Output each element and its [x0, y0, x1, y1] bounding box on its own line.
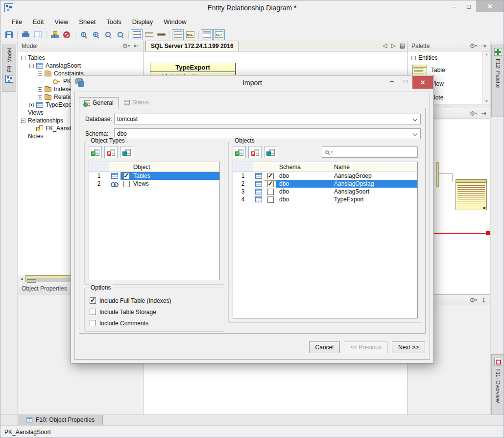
row-checkbox[interactable] — [264, 172, 276, 180]
row-checkbox[interactable] — [120, 180, 132, 188]
invert-selection-button[interactable] — [264, 146, 277, 158]
option-checkbox[interactable]: Include Full Table (Indexes) — [90, 295, 171, 306]
menu-item[interactable]: View — [49, 16, 73, 27]
toolbar-button[interactable] — [3, 29, 15, 40]
deselect-all-button[interactable] — [248, 146, 262, 158]
schema-combobox[interactable]: dbo — [114, 128, 421, 139]
toolbar-button[interactable] — [131, 29, 143, 40]
toolbar-button[interactable] — [77, 29, 89, 40]
dialog-tab[interactable]: General — [79, 97, 119, 109]
checkbox[interactable] — [90, 320, 96, 326]
scroll-right-icon[interactable]: ▷ — [391, 42, 395, 49]
dialog-close-button[interactable]: ✕ — [412, 76, 433, 89]
arrow-icon — [122, 151, 127, 156]
row-checkbox[interactable] — [264, 180, 276, 188]
pin-right-icon[interactable] — [481, 42, 486, 49]
toolbar-button[interactable] — [32, 29, 44, 40]
table-row[interactable]: 1 dbo AanslagGroep — [233, 172, 417, 180]
close-button[interactable]: ✕ — [476, 0, 504, 12]
expander-icon[interactable] — [21, 56, 25, 60]
expander-icon[interactable] — [21, 119, 25, 123]
menu-item[interactable]: Tools — [101, 16, 126, 27]
pin-left-icon[interactable] — [134, 42, 139, 49]
tab-palette[interactable]: F12: Palette — [491, 45, 504, 117]
scroll-down-icon[interactable]: ▼ — [485, 99, 488, 103]
tree-item[interactable]: AanslagSoort — [18, 62, 143, 70]
row-checkbox[interactable] — [120, 172, 132, 180]
menu-item[interactable]: Sheet — [73, 16, 101, 27]
minimize-button[interactable]: – — [447, 0, 461, 12]
scroll-left-icon[interactable]: ◁ — [383, 42, 387, 49]
toolbar-button[interactable] — [114, 29, 126, 40]
dialog-maximize-button[interactable]: □ — [399, 76, 412, 87]
toolbar-button[interactable] — [102, 29, 114, 40]
scroll-up-icon[interactable]: ▲ — [485, 52, 488, 56]
window-title: Entity Relationship Diagram * — [0, 4, 504, 12]
palette-group-entities[interactable]: Entities — [408, 51, 490, 63]
menu-item[interactable]: File — [6, 16, 27, 27]
menu-item[interactable]: Display — [127, 16, 159, 27]
toolbar-button[interactable] — [48, 29, 60, 40]
tab-list-icon[interactable]: ▤ — [400, 42, 405, 49]
scroll-left-icon[interactable]: ◄ — [18, 277, 25, 281]
checkbox[interactable] — [90, 309, 96, 315]
dialog-minimize-button[interactable]: – — [385, 76, 399, 87]
row-checkbox[interactable] — [264, 195, 276, 203]
pin-down-icon[interactable] — [481, 296, 486, 304]
menu-item[interactable]: Window — [158, 16, 192, 27]
settings-icon[interactable] — [469, 296, 477, 304]
minimap-viewport-handle[interactable] — [486, 231, 490, 235]
database-combobox[interactable]: tomcust — [114, 114, 421, 124]
palette-scrollbar[interactable]: ▲ ▼ — [482, 51, 490, 104]
option-checkbox[interactable]: Include Comments — [90, 317, 171, 329]
table-row[interactable]: 2 dbo AanslagOpslag — [233, 180, 417, 188]
menu-item[interactable]: Edit — [27, 16, 49, 27]
toolbar-button[interactable] — [155, 29, 167, 40]
expander-icon[interactable] — [38, 72, 42, 76]
table-row[interactable]: 1 Tables — [89, 172, 219, 180]
objects-search-input[interactable]: ▾ — [322, 146, 418, 158]
tab-object-properties[interactable]: F10: Object Properties — [18, 415, 103, 426]
toolbar-button[interactable] — [61, 29, 72, 40]
toolbar-button[interactable] — [184, 29, 196, 40]
toolbar-button[interactable] — [213, 29, 225, 40]
toolbar-button[interactable] — [20, 29, 31, 40]
table-row[interactable]: 4 dbo TypeExport — [233, 195, 417, 203]
dialog-title-bar: Import – □ ✕ — [71, 75, 433, 90]
dialog-button[interactable]: << Previous — [344, 341, 388, 353]
collapse-icon[interactable] — [411, 56, 416, 60]
document-tab[interactable]: SQL Server 172.24.1.199 2016 — [145, 41, 239, 51]
expander-icon[interactable] — [29, 64, 34, 68]
select-all-button[interactable] — [233, 146, 246, 158]
toolbar-button[interactable] — [90, 29, 101, 40]
dialog-tab[interactable]: Status — [119, 97, 154, 108]
table-row[interactable]: 2 Views — [89, 180, 219, 188]
dialog-button[interactable]: Next >> — [392, 341, 425, 353]
expander-icon[interactable] — [38, 87, 42, 92]
expander-icon[interactable] — [38, 95, 42, 99]
option-checkbox[interactable]: Include Table Storage — [90, 306, 171, 317]
expander-icon[interactable] — [29, 103, 34, 107]
toolbar-button[interactable] — [143, 29, 155, 40]
tab-grid-icon — [124, 100, 130, 105]
deselect-all-button[interactable] — [104, 146, 118, 158]
zoom-icon — [118, 32, 123, 37]
checkbox[interactable] — [90, 297, 96, 304]
tab-overview[interactable]: F11: Overview — [491, 354, 504, 421]
pin-right-icon[interactable] — [481, 110, 486, 117]
select-all-button[interactable] — [89, 146, 102, 158]
table-row[interactable]: 3 dbo AanslagSoort — [233, 188, 417, 195]
dialog-button[interactable]: Cancel — [309, 341, 340, 353]
settings-icon[interactable] — [469, 110, 477, 117]
bottom-tab-bar: F10: Object Properties — [0, 414, 504, 425]
maximize-button[interactable]: □ — [461, 0, 476, 12]
tree-item[interactable]: Tables — [18, 54, 143, 62]
settings-icon[interactable] — [122, 42, 130, 49]
invert-selection-button[interactable] — [120, 146, 133, 158]
row-checkbox[interactable] — [264, 188, 276, 195]
search-options-icon[interactable]: ▾ — [331, 150, 333, 154]
toolbar-button[interactable] — [172, 29, 184, 40]
tab-model[interactable]: F9: Model — [2, 45, 16, 92]
settings-icon[interactable] — [469, 42, 477, 49]
toolbar-button[interactable] — [201, 29, 213, 40]
